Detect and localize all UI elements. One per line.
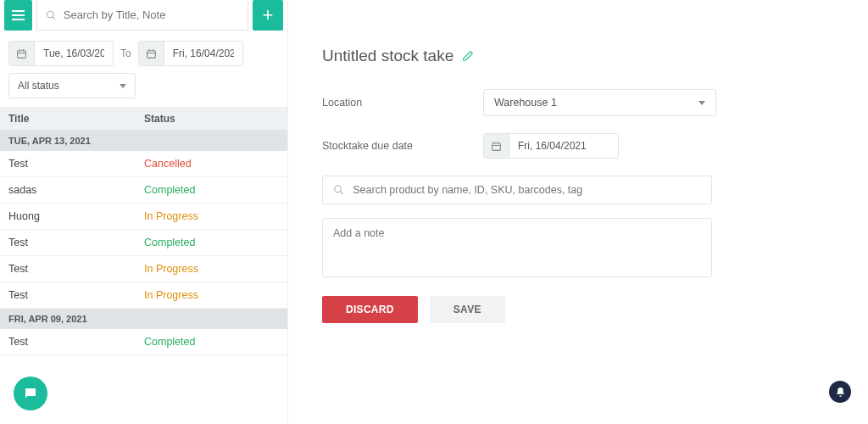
hamburger-icon bbox=[12, 14, 25, 16]
detail-pane: Untitled stock take Location Warehouse 1… bbox=[288, 0, 868, 424]
due-date-input[interactable] bbox=[509, 140, 603, 152]
date-from-input[interactable] bbox=[35, 47, 113, 59]
list-header: Title Status bbox=[0, 108, 287, 131]
page-title: Untitled stock take bbox=[322, 47, 453, 65]
list-item-status: In Progress bbox=[144, 210, 279, 222]
due-date-label: Stocktake due date bbox=[322, 140, 483, 152]
list-group-header: FRI, APR 09, 2021 bbox=[0, 309, 287, 329]
plus-icon: + bbox=[263, 4, 274, 26]
list-item[interactable]: TestCompleted bbox=[0, 230, 287, 256]
list-item[interactable]: TestIn Progress bbox=[0, 256, 287, 282]
discard-button[interactable]: DISCARD bbox=[322, 296, 418, 323]
list-item-status: In Progress bbox=[144, 263, 279, 275]
list-item-status: Completed bbox=[144, 336, 279, 348]
list-item-status: Cancelled bbox=[144, 158, 279, 170]
svg-rect-6 bbox=[147, 50, 155, 58]
status-filter-label: All status bbox=[18, 80, 59, 92]
svg-line-15 bbox=[340, 192, 342, 194]
list-item-status: In Progress bbox=[144, 289, 279, 301]
list-item-title: Test bbox=[8, 289, 144, 301]
save-button[interactable]: SAVE bbox=[430, 296, 505, 323]
list-item[interactable]: TestCancelled bbox=[0, 151, 287, 177]
note-input[interactable] bbox=[333, 227, 701, 268]
list-item-status: Completed bbox=[144, 237, 279, 248]
location-label: Location bbox=[322, 97, 483, 109]
chevron-down-icon bbox=[698, 101, 705, 105]
date-to-label: To bbox=[120, 47, 131, 59]
notifications-fab[interactable] bbox=[829, 381, 851, 403]
svg-point-14 bbox=[335, 186, 342, 192]
list-item-title: Test bbox=[8, 237, 144, 248]
product-search-input[interactable] bbox=[353, 184, 701, 196]
list-item-title: Test bbox=[8, 158, 144, 170]
add-button[interactable]: + bbox=[253, 0, 283, 31]
list-item-status: Completed bbox=[144, 184, 279, 196]
stocktake-list: Title Status TUE, APR 13, 2021TestCancel… bbox=[0, 107, 287, 424]
list-item-title: Test bbox=[8, 336, 144, 348]
search-icon bbox=[333, 184, 344, 196]
pencil-icon bbox=[462, 50, 474, 62]
list-item[interactable]: TestIn Progress bbox=[0, 282, 287, 309]
location-value: Warehouse 1 bbox=[494, 97, 557, 109]
list-item-title: sadas bbox=[8, 184, 144, 196]
menu-button[interactable] bbox=[4, 0, 32, 31]
list-item[interactable]: sadasCompleted bbox=[0, 177, 287, 204]
chevron-down-icon bbox=[120, 84, 126, 88]
calendar-icon bbox=[139, 41, 164, 66]
list-item-title: Huong bbox=[8, 210, 144, 222]
list-item[interactable]: HuongIn Progress bbox=[0, 204, 287, 230]
bell-icon bbox=[835, 387, 846, 398]
list-item-title: Test bbox=[8, 263, 144, 275]
calendar-icon bbox=[9, 41, 35, 66]
location-select[interactable]: Warehouse 1 bbox=[483, 89, 716, 116]
edit-title-button[interactable] bbox=[462, 50, 474, 62]
svg-line-1 bbox=[53, 16, 55, 19]
search-box[interactable] bbox=[36, 0, 248, 31]
due-date-picker[interactable] bbox=[483, 133, 619, 159]
search-icon bbox=[46, 9, 57, 21]
chat-icon bbox=[23, 386, 38, 401]
list-item[interactable]: TestCompleted bbox=[0, 329, 287, 355]
svg-rect-2 bbox=[18, 50, 26, 58]
chat-fab[interactable] bbox=[14, 377, 47, 410]
product-search-box[interactable] bbox=[322, 176, 712, 204]
svg-rect-10 bbox=[492, 142, 501, 150]
note-box[interactable] bbox=[322, 218, 712, 277]
col-header-status: Status bbox=[144, 113, 279, 125]
calendar-icon bbox=[484, 133, 509, 159]
date-to-input[interactable] bbox=[164, 47, 242, 59]
date-from-picker[interactable] bbox=[8, 41, 114, 66]
search-input[interactable] bbox=[64, 8, 239, 21]
svg-point-0 bbox=[47, 11, 53, 17]
list-group-header: TUE, APR 13, 2021 bbox=[0, 131, 287, 151]
date-to-picker[interactable] bbox=[138, 41, 243, 66]
status-filter-select[interactable]: All status bbox=[8, 73, 136, 98]
col-header-title: Title bbox=[8, 113, 144, 125]
sidebar: + To All status bbox=[0, 0, 288, 424]
